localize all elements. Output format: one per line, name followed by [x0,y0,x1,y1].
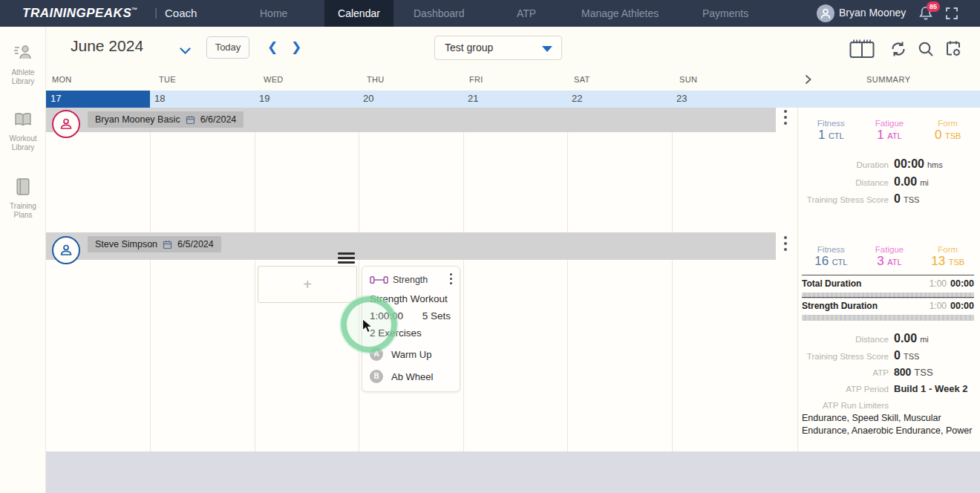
stat-value: 00:00 [894,157,924,171]
nav-item-calendar[interactable]: Calendar [324,0,393,27]
athlete-avatar-bryan[interactable] [52,110,80,138]
workout-title[interactable]: Strength Workout [370,293,454,304]
athlete-name: Bryan Mooney Basic [95,114,180,125]
grid-line [672,108,673,451]
stat-label: ATP [800,368,889,377]
grid-line [567,108,568,451]
metric-label: Form [918,119,977,128]
date-cell-18[interactable]: 18 [150,91,254,108]
fullscreen-icon[interactable] [944,6,959,21]
nav-item-payments[interactable]: Payments [702,0,748,27]
stat-label: Duration [800,160,889,169]
stat-unit: hms [927,160,943,169]
nav-item-home[interactable]: Home [260,0,287,27]
metric-value: 3 [877,254,883,268]
duration-label: Total Duration [802,278,861,289]
left-sidebar: Athlete Library Workout Library Training… [0,27,46,493]
athlete-plan-date: 6/5/2024 [177,239,214,249]
date-cell-20[interactable]: 20 [359,91,463,108]
metric-label: Fatigue [860,245,919,254]
duration-planned: 1:00 [930,278,947,289]
user-avatar[interactable] [817,4,834,22]
stat-value: Build 1 - Week 2 [894,383,967,394]
nav-item-dashboard[interactable]: Dashboard [414,0,465,27]
exercise-item[interactable]: B Ab Wheel [370,370,454,383]
metric-value: 16 [814,254,829,268]
search-icon[interactable] [918,41,934,60]
person-icon [57,241,75,259]
workout-drop-target[interactable]: + [258,266,357,303]
sidebar-item-label: Athlete Library [0,68,46,86]
athlete-row-header-bryan[interactable]: Bryan Mooney Basic 6/6/2024 [46,108,776,132]
summary-metrics-steve: Fitness 16 CTL Fatigue 3 ATL Form 13 TSB [802,245,977,269]
summary-stat-distance: Distance 0.00 mi [800,175,976,189]
grid-line [463,108,464,451]
day-header-row: MON TUE WED THU FRI SAT SUN SUMMARY [46,69,980,91]
logo-trademark: ™ [131,7,138,13]
training-plans-icon [14,177,32,196]
next-week-button[interactable]: ❯ [291,37,301,58]
group-select-dropdown[interactable]: Test group [434,36,562,60]
plus-icon: + [303,276,312,293]
day-header-thu: THU [367,75,385,84]
athlete-name-chip[interactable]: Steve Simpson 6/5/2024 [88,236,221,252]
metric-unit: CTL [832,258,848,267]
exercise-item[interactable]: A Warm Up [370,347,454,361]
date-cell-19[interactable]: 19 [255,91,359,108]
date-cell-22[interactable]: 22 [567,91,671,108]
stat-value: 0 [894,349,901,362]
group-selected-value: Test group [445,42,493,53]
sidebar-item-workout-library[interactable]: Workout Library [0,111,46,152]
duration-completed: 00:00 [950,301,974,311]
athlete-avatar-steve[interactable] [52,236,80,264]
today-button[interactable]: Today [206,36,249,59]
stat-label: Distance [800,178,889,187]
workout-menu-icon[interactable] [450,273,454,287]
app-label-coach: Coach [165,7,197,19]
next-athlete-row-partial [46,451,980,493]
duration-progress-bar [802,315,974,321]
date-cell-23[interactable]: 23 [672,91,776,108]
workout-card-strength[interactable]: Strength Strength Workout 1:00:00 5 Sets… [362,266,460,392]
nav-item-manage-athletes[interactable]: Manage Athletes [581,0,659,27]
form-metric: Form 0 TSB [918,119,977,143]
user-name[interactable]: Bryan Mooney [839,7,906,19]
summary-metrics-bryan: Fitness 1 CTL Fatigue 1 ATL Form 0 TSB [802,119,977,143]
athlete-row-menu-bryan[interactable] [784,110,787,128]
metric-value: 13 [931,254,945,268]
sidebar-item-label: Workout Library [0,134,46,152]
duration-planned: 1:00 [930,301,947,311]
sidebar-item-training-plans[interactable]: Training Plans [0,177,46,220]
exercise-badge: A [370,347,383,361]
week-view-icon[interactable] [849,39,875,62]
sidebar-item-athlete-library[interactable]: Athlete Library [0,43,46,86]
day-header-wed: WED [264,75,284,84]
workout-duration-sets-row: 1:00:00 5 Sets [370,310,454,321]
month-title[interactable]: June 2024 [71,37,143,55]
workout-exercise-count: 2 Exercises [370,327,454,339]
stat-unit: TSS [904,195,919,204]
grid-line [359,108,359,451]
notification-count-badge: 85 [927,1,940,12]
month-chevron-down-icon[interactable] [180,45,191,58]
logo-text: TRAININGPEAKS [22,6,131,20]
stat-unit: TSS [914,367,932,378]
nav-item-atp[interactable]: ATP [517,0,536,27]
athlete-row-header-steve[interactable]: Steve Simpson 6/5/2024 [46,232,776,260]
summary-stat-distance: Distance 0.00 mi [800,332,976,345]
athlete-row-menu-steve[interactable] [784,236,787,254]
sync-icon[interactable] [889,40,907,61]
prev-week-button[interactable]: ❮ [267,37,278,58]
exercise-label: Ab Wheel [391,371,433,382]
metric-label: Fatigue [860,119,919,128]
date-cell-21[interactable]: 21 [463,91,567,108]
drag-handle-icon[interactable] [338,252,355,266]
exercise-badge: B [370,370,383,383]
date-cell-17[interactable]: 17 [46,91,150,108]
athlete-name-chip[interactable]: Bryan Mooney Basic 6/6/2024 [88,111,244,128]
duration-completed: 00:00 [950,278,974,289]
calendar-settings-icon[interactable] [944,40,962,61]
athlete-library-icon [13,43,33,62]
trainingpeaks-logo[interactable]: TRAININGPEAKS™ [22,6,138,21]
summary-collapse-chevron-icon[interactable] [805,74,811,88]
